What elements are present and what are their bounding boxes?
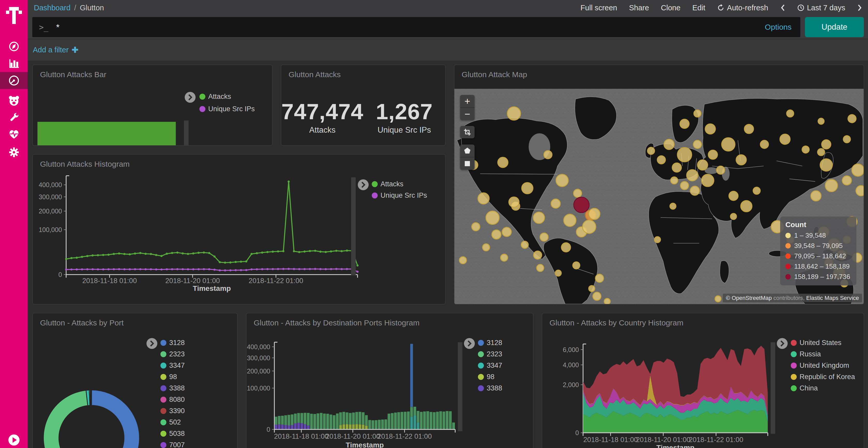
attack-location-circle[interactable] bbox=[680, 181, 689, 190]
attack-location-circle[interactable] bbox=[654, 237, 660, 243]
legend-item[interactable]: 3128 bbox=[478, 339, 502, 347]
attack-location-circle[interactable] bbox=[687, 170, 698, 181]
attack-location-circle[interactable] bbox=[522, 182, 533, 194]
full-screen-button[interactable]: Full screen bbox=[581, 4, 617, 12]
attack-location-circle[interactable] bbox=[536, 264, 544, 272]
attack-location-circle[interactable] bbox=[705, 124, 716, 134]
attack-location-circle[interactable] bbox=[721, 138, 735, 151]
legend-item[interactable]: Attacks bbox=[199, 93, 255, 101]
legend-expand-button[interactable] bbox=[464, 338, 475, 349]
attack-location-circle[interactable] bbox=[680, 119, 689, 129]
legend-expand-button[interactable] bbox=[777, 338, 788, 349]
legend-item[interactable]: 5038 bbox=[160, 430, 185, 438]
legend-item[interactable]: 2323 bbox=[478, 350, 502, 358]
attack-location-circle[interactable] bbox=[573, 262, 580, 269]
attack-location-circle[interactable] bbox=[564, 214, 576, 227]
attack-location-circle[interactable] bbox=[825, 179, 838, 192]
attack-location-circle[interactable] bbox=[486, 211, 499, 225]
breadcrumb-dashboard-link[interactable]: Dashboard bbox=[34, 4, 70, 12]
legend-item[interactable]: 7007 bbox=[160, 441, 185, 448]
legend-item[interactable]: 3347 bbox=[478, 361, 502, 370]
attack-location-circle[interactable] bbox=[561, 243, 571, 252]
legend-item[interactable]: 3390 bbox=[160, 407, 185, 415]
attack-location-circle[interactable] bbox=[856, 185, 864, 196]
sidebar-item-honeypot[interactable] bbox=[0, 92, 28, 109]
attack-location-circle[interactable] bbox=[595, 274, 604, 282]
legend-item[interactable]: Republic of Korea bbox=[791, 373, 855, 381]
sidebar-item-management[interactable] bbox=[0, 144, 28, 161]
attack-location-circle[interactable] bbox=[544, 150, 552, 159]
world-map[interactable]: + − Count 1 – 39,54839,548 – 79,09579,09… bbox=[455, 89, 864, 304]
attack-location-circle[interactable] bbox=[509, 197, 519, 207]
legend-item[interactable]: 502 bbox=[160, 418, 185, 426]
attribution-text[interactable]: © OpenStreetMap bbox=[726, 295, 772, 301]
attack-location-circle[interactable] bbox=[533, 251, 542, 259]
attack-location-circle[interactable] bbox=[852, 164, 864, 176]
zoom-in-button[interactable]: + bbox=[460, 95, 474, 107]
attack-location-circle[interactable] bbox=[729, 191, 738, 201]
zoom-out-button[interactable]: − bbox=[460, 107, 474, 120]
attack-location-circle[interactable] bbox=[472, 223, 480, 231]
add-filter-button[interactable]: Add a filter ✚ bbox=[33, 45, 79, 55]
sidebar-item-devtools[interactable] bbox=[0, 109, 28, 126]
attack-location-circle[interactable] bbox=[744, 125, 753, 134]
attack-location-circle[interactable] bbox=[507, 107, 521, 120]
attack-location-circle[interactable] bbox=[459, 256, 467, 264]
attack-location-circle[interactable] bbox=[842, 176, 851, 185]
sidebar-item-visualize[interactable] bbox=[0, 55, 28, 72]
edit-button[interactable]: Edit bbox=[692, 4, 705, 12]
legend-item[interactable]: 98 bbox=[478, 373, 502, 381]
attack-location-circle[interactable] bbox=[822, 140, 831, 149]
time-forward-button[interactable] bbox=[857, 4, 862, 12]
attack-location-circle[interactable] bbox=[716, 166, 724, 174]
attack-location-circle[interactable] bbox=[533, 212, 545, 223]
legend-expand-button[interactable] bbox=[185, 92, 195, 103]
attack-location-circle[interactable] bbox=[736, 154, 746, 165]
attack-location-circle[interactable] bbox=[848, 114, 856, 123]
legend-item[interactable]: Unique Src IPs bbox=[372, 192, 427, 200]
legend-item[interactable]: 3128 bbox=[160, 339, 185, 347]
attack-location-circle[interactable] bbox=[811, 191, 821, 201]
attack-location-circle[interactable] bbox=[555, 270, 561, 276]
legend-item[interactable]: United Kingdom bbox=[791, 361, 855, 370]
attribution-text[interactable]: Elastic Maps Service bbox=[806, 295, 859, 301]
attack-location-circle[interactable] bbox=[589, 285, 595, 291]
sidebar-item-monitoring[interactable] bbox=[0, 126, 28, 143]
attack-location-circle[interactable] bbox=[693, 140, 702, 149]
legend-item[interactable]: 98 bbox=[160, 373, 185, 381]
attack-location-circle[interactable] bbox=[657, 156, 665, 164]
attack-location-circle[interactable] bbox=[551, 199, 560, 208]
attacks-histogram-chart[interactable]: 0100,000200,000300,000400,0002018-11-18 … bbox=[33, 154, 445, 304]
attack-location-circle[interactable] bbox=[698, 160, 708, 170]
attack-location-circle[interactable] bbox=[672, 163, 681, 172]
attack-location-circle[interactable] bbox=[589, 208, 600, 219]
attack-location-circle[interactable] bbox=[817, 148, 825, 156]
search-input[interactable]: >_ * Options bbox=[32, 17, 800, 37]
legend-item[interactable]: Russia bbox=[791, 350, 855, 358]
attack-location-circle[interactable] bbox=[671, 177, 678, 184]
attack-location-circle[interactable] bbox=[521, 241, 528, 248]
attack-location-circle[interactable] bbox=[780, 134, 790, 144]
attack-location-circle[interactable] bbox=[574, 189, 582, 198]
legend-item[interactable]: United States bbox=[791, 339, 855, 347]
legend-item[interactable]: 8080 bbox=[160, 395, 185, 404]
attack-location-circle[interactable] bbox=[802, 146, 809, 153]
attack-location-circle[interactable] bbox=[690, 186, 700, 195]
attack-location-circle[interactable] bbox=[556, 174, 568, 186]
draw-polygon-button[interactable] bbox=[460, 144, 474, 157]
attack-location-circle[interactable] bbox=[664, 139, 674, 150]
legend-item[interactable]: Attacks bbox=[372, 180, 427, 188]
legend-item[interactable]: China bbox=[791, 384, 855, 392]
attack-location-circle[interactable] bbox=[786, 110, 794, 117]
attack-location-circle[interactable] bbox=[715, 296, 721, 302]
attack-location-circle[interactable] bbox=[843, 136, 850, 143]
legend-item[interactable]: 2323 bbox=[160, 350, 185, 358]
sidebar-item-dashboard[interactable] bbox=[0, 72, 28, 89]
legend-item[interactable]: 3388 bbox=[160, 384, 185, 392]
attack-location-circle[interactable] bbox=[593, 292, 601, 300]
attack-location-circle[interactable] bbox=[820, 159, 832, 171]
auto-refresh-button[interactable]: Auto-refresh bbox=[717, 4, 768, 12]
attack-location-circle[interactable] bbox=[694, 110, 701, 117]
attack-location-circle[interactable] bbox=[501, 254, 508, 261]
attack-location-circle[interactable] bbox=[492, 230, 501, 239]
